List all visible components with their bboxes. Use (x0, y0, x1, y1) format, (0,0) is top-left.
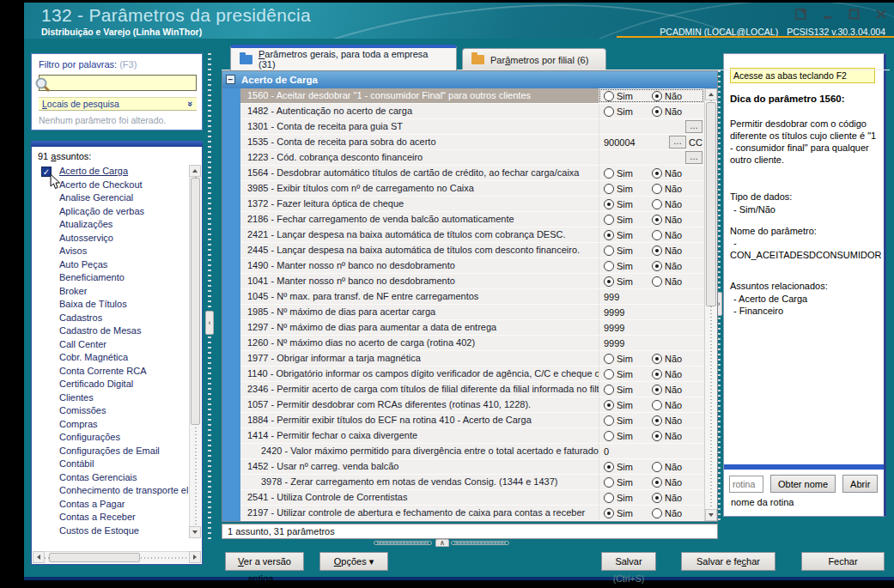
radio-option[interactable]: Sim (604, 215, 652, 225)
radio-option[interactable]: Não (652, 415, 700, 426)
radio-option[interactable]: Não (652, 477, 700, 488)
radio-option[interactable]: Não (652, 493, 700, 503)
param-value-cell[interactable]: SimNão (599, 459, 704, 474)
param-row[interactable]: 2197 - Utilizar controle de abertura e f… (240, 506, 704, 521)
param-value-cell[interactable]: … (599, 150, 704, 165)
param-row[interactable]: 2186 - Fechar carregamento de venda balc… (240, 212, 704, 227)
radio-icon[interactable] (604, 168, 614, 179)
lookup-ellipsis-button[interactable]: … (685, 120, 702, 133)
radio-icon[interactable] (652, 199, 662, 209)
radio-icon[interactable] (652, 477, 662, 488)
param-value-cell[interactable]: SimNão (599, 490, 704, 505)
subject-item[interactable]: Baixa de Títulos (35, 298, 188, 312)
param-value-cell[interactable]: SimNão (599, 227, 704, 242)
radio-icon[interactable] (652, 385, 662, 395)
radio-icon[interactable] (604, 493, 614, 503)
radio-icon[interactable] (652, 400, 662, 410)
radio-option[interactable]: Não (652, 106, 700, 117)
radio-icon[interactable] (604, 385, 614, 395)
subject-item[interactable]: Atualizações (35, 218, 188, 232)
param-row[interactable]: 1884 - Permitir exibir títulos do ECF na… (240, 413, 704, 428)
param-value-cell[interactable]: SimNão (599, 397, 704, 412)
param-row[interactable]: 3978 - Zerar carregamento em notas de ve… (240, 475, 704, 490)
subjects-vertical-scrollbar[interactable] (189, 165, 201, 538)
param-row[interactable]: 1490 - Manter nosso nº banco no desdobra… (240, 258, 704, 274)
param-row[interactable]: 1535 - Conta de receita para sobra do ac… (240, 135, 704, 150)
radio-option[interactable]: Não (652, 462, 700, 472)
radio-option[interactable]: Sim (604, 168, 652, 179)
radio-icon[interactable] (604, 276, 614, 287)
radio-option[interactable]: Sim (604, 415, 652, 426)
radio-option[interactable]: Não (652, 91, 700, 101)
radio-option[interactable]: Não (652, 199, 700, 209)
param-value-cell[interactable]: SimNão (599, 181, 704, 196)
param-row[interactable]: 1482 - Autenticação no acerto de cargaSi… (240, 104, 704, 119)
grid-vertical-scrollbar[interactable] (704, 88, 717, 521)
subject-item[interactable]: Beneficiamento (35, 271, 188, 285)
radio-icon[interactable] (604, 477, 614, 488)
subject-item[interactable]: Aplicação de verbas (35, 205, 188, 219)
maximize-button[interactable] (848, 8, 861, 19)
restore-icon[interactable] (795, 8, 807, 19)
radio-icon[interactable] (652, 246, 662, 256)
param-row[interactable]: 1560 - Aceitar desdobrar "1 - consumidor… (240, 88, 704, 104)
param-row[interactable]: 1977 - Obrigar informar a tarja magnétic… (240, 351, 704, 367)
radio-option[interactable]: Sim (604, 508, 652, 518)
param-value-cell[interactable]: SimNão (599, 243, 704, 258)
radio-option[interactable]: Não (652, 168, 700, 179)
collapse-left-arrow[interactable]: ‹ (205, 311, 214, 335)
radio-icon[interactable] (652, 493, 662, 503)
radio-icon[interactable] (604, 508, 614, 518)
bottom-splitter[interactable]: ∧ (374, 539, 511, 547)
param-value-cell[interactable]: SimNão (599, 367, 704, 381)
radio-icon[interactable] (604, 91, 614, 101)
param-row[interactable]: 1045 - Nº max. para transf. de NF entre … (240, 289, 704, 305)
group-header[interactable]: Acerto de Carga (222, 71, 717, 88)
lookup-ellipsis-button[interactable]: … (669, 136, 686, 149)
subject-item[interactable]: Contábil (35, 458, 188, 471)
param-row[interactable]: 1041 - Manter nosso nº banco no desdobra… (240, 274, 704, 289)
scrollbar-thumb[interactable] (191, 178, 200, 425)
radio-icon[interactable] (652, 184, 662, 194)
param-row[interactable]: 2445 - Lançar despesa na baixa automátic… (240, 243, 704, 258)
param-row[interactable]: 2541 - Utiliza Controle de CorrentistasS… (240, 490, 704, 506)
radio-option[interactable]: Sim (604, 493, 652, 503)
rotina-input[interactable] (729, 476, 763, 493)
subject-item[interactable]: Comodato/Locação (35, 537, 188, 538)
subject-item[interactable]: Configurações (35, 431, 188, 445)
close-window-button[interactable]: Fechar (801, 552, 885, 571)
param-value-cell[interactable]: 9999 (599, 320, 704, 335)
subject-item[interactable]: Cadastros (35, 312, 188, 325)
param-value-cell[interactable]: … (599, 119, 704, 134)
radio-option[interactable]: Não (652, 369, 700, 379)
radio-icon[interactable] (604, 431, 614, 441)
param-value-cell[interactable]: 9999 (599, 305, 704, 319)
param-value-cell[interactable]: 999 (599, 289, 704, 304)
param-row[interactable]: 1985 - Nº máximo de dias para acertar ca… (240, 305, 704, 320)
scroll-down-arrow[interactable] (189, 526, 201, 538)
radio-icon[interactable] (604, 261, 614, 271)
radio-option[interactable]: Sim (604, 385, 652, 395)
radio-option[interactable]: Não (652, 261, 700, 271)
scroll-down-arrow[interactable] (705, 509, 717, 521)
subject-item[interactable]: Clientes (35, 391, 188, 405)
scroll-right-arrow[interactable] (189, 551, 201, 563)
radio-icon[interactable] (604, 215, 614, 225)
param-value-cell[interactable]: SimNão (599, 351, 704, 366)
param-row[interactable]: 1414 - Permitir fechar o caixa divergent… (240, 428, 704, 444)
subject-item[interactable]: Conta Corrente RCA (35, 365, 188, 379)
radio-option[interactable]: Sim (604, 91, 652, 101)
radio-option[interactable]: Não (652, 431, 700, 441)
param-row[interactable]: 1057 - Permitir desdobrar com RCAs difer… (240, 397, 704, 413)
param-value-cell[interactable]: SimNão (599, 506, 704, 520)
param-value-cell[interactable]: SimNão (599, 475, 704, 489)
radio-option[interactable]: Não (652, 354, 700, 364)
radio-icon[interactable] (652, 462, 662, 472)
radio-option[interactable]: Sim (604, 184, 652, 194)
lookup-ellipsis-button[interactable]: … (685, 151, 702, 164)
subject-item[interactable]: Custos de Estoque (35, 524, 188, 538)
scrollbar-thumb[interactable] (49, 553, 140, 562)
subject-item[interactable]: Cadastro de Mesas (35, 324, 188, 338)
param-row[interactable]: 2421 - Lançar despesa na baixa automátic… (240, 227, 704, 243)
param-row[interactable]: 1140 - Obrigatório informar os campos dí… (240, 367, 704, 382)
